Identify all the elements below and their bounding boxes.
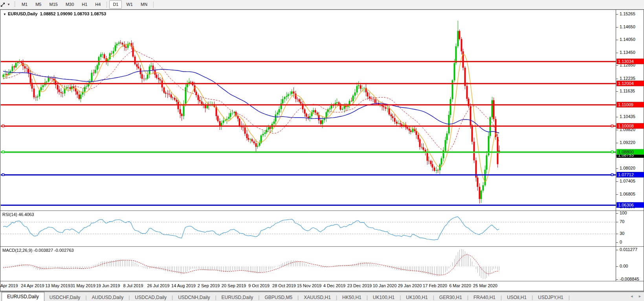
axis-tick-mark [616, 130, 618, 130]
price-axis-tick: 1.13450 [620, 50, 635, 55]
date-axis-label: 2 Sep 2019 [198, 283, 220, 288]
macd-panel-canvas[interactable] [1, 247, 616, 281]
chart-tab-usoil-h1[interactable]: USOil,H1 [502, 294, 532, 301]
macd-axis-tick: 0.00 [620, 264, 628, 268]
price-axis-tick: 1.08020 [620, 166, 635, 170]
toolbar-separator [153, 2, 154, 8]
chart-dropdown-icon[interactable]: ▼ [3, 13, 6, 16]
axis-tick-mark [616, 181, 618, 182]
timeframe-button-w1[interactable]: W1 [123, 0, 136, 9]
mt4-terminal: ▼ M1M5M15M30H1H4D1W1MN ▼EURUSD,Daily 1.0… [0, 0, 644, 301]
hline-price-label-1-10008: 1.10008 [616, 123, 644, 129]
date-axis-label: 28 Oct 2019 [272, 283, 296, 288]
panel-divider[interactable] [0, 211, 644, 211]
axis-tick-mark [616, 91, 618, 92]
date-axis-label: 10 Jan 2020 [373, 283, 397, 288]
toolbar-grip [14, 2, 15, 7]
chart-tab-uk100-h1[interactable]: UK100,H1 [368, 294, 400, 301]
axis-tick-mark [616, 279, 618, 280]
chart-tab-xauusd-h1[interactable]: XAUUSD,H1 [299, 294, 336, 301]
macd-indicator-label: MACD(12,26,9) -0.003827 -0.002763 [2, 248, 74, 253]
hline-price-label-1-11009: 1.11009 [616, 102, 644, 107]
tab-scroll-left-icon[interactable]: ◄ [630, 294, 633, 298]
date-axis-label: 14 Aug 2019 [171, 283, 196, 288]
rsi-value: 46.4063 [18, 212, 34, 217]
rsi-axis-tick: 30 [620, 231, 624, 236]
price-axis-tick: 1.09220 [620, 140, 635, 145]
chart-tab-ger30-h1[interactable]: GER30,H1 [434, 294, 467, 301]
macd-axis-tick: -0.008845 [620, 277, 639, 281]
date-axis-label: 15 Nov 2019 [297, 283, 321, 288]
axis-tick-mark [616, 143, 618, 143]
date-axis-label: 25 Mar 2020 [473, 283, 497, 288]
panel-divider[interactable] [0, 246, 644, 247]
timeframe-button-m1[interactable]: M1 [18, 0, 31, 9]
tab-scroll-right-icon[interactable]: ► [638, 294, 642, 298]
axis-tick-mark [616, 266, 618, 267]
date-axis-label: 23 Dec 2019 [347, 283, 372, 288]
timeframe-button-h4[interactable]: H4 [92, 0, 104, 9]
timeframe-toolbar: ▼ M1M5M15M30H1H4D1W1MN [0, 0, 644, 9]
axis-tick-mark [616, 168, 618, 169]
axis-tick-mark [616, 117, 618, 117]
axis-tick-mark [616, 65, 618, 66]
chart-tab-eurusd-daily[interactable]: EURUSD,Daily [2, 292, 44, 301]
timeframe-button-d1[interactable]: D1 [109, 0, 122, 9]
hline-price-label-1-06306: 1.06306 [616, 202, 644, 208]
chart-tab-usdcad-daily[interactable]: USDCAD,Daily [130, 294, 172, 301]
chart-tab-hk50-h1[interactable]: HK50,H1 [337, 294, 367, 301]
date-axis-label: 29 Jan 2020 [398, 283, 422, 288]
rsi-name: RSI(14) [2, 212, 17, 217]
date-axis-label: 4 Dec 2019 [323, 283, 345, 288]
chart-tab-uk100-h1[interactable]: UK100,H1 [401, 294, 433, 301]
chart-tab-usdchf-daily[interactable]: USDCHF,Daily [44, 294, 86, 301]
chart-tab-gbpusd-m5[interactable]: GBPUSD,M5 [259, 294, 297, 301]
date-axis-label: 19 Jun 2019 [96, 283, 120, 288]
toolbar-separator [106, 2, 107, 8]
chart-window: ▼EURUSD,Daily 1.08852 1.09090 1.08703 1.… [0, 9, 644, 291]
price-axis-tick: 1.11635 [620, 89, 635, 93]
rsi-axis-tick: 70 [620, 219, 624, 224]
hline-price-label-1-13034: 1.13034 [616, 59, 644, 64]
chart-tab-bar: EURUSD,DailyUSDCHF,Daily|AUDUSD,Daily|US… [0, 292, 644, 301]
price-axis-divider [616, 10, 616, 281]
rsi-panel-canvas[interactable] [1, 211, 616, 246]
price-axis-tick: 1.14050 [620, 37, 635, 42]
date-axis-label: 20 Sep 2019 [222, 283, 246, 288]
price-axis-tick: 1.07405 [620, 179, 635, 183]
timeframe-button-h1[interactable]: H1 [78, 0, 91, 9]
chart-tab-eurusd-daily[interactable]: EURUSD,Daily [217, 294, 259, 301]
macd-axis-tick: 0.011277 [620, 247, 637, 252]
rsi-axis-tick: 100 [620, 211, 627, 215]
rsi-indicator-label: RSI(14) 46.4063 [2, 212, 34, 217]
axis-tick-mark [616, 234, 618, 234]
chart-tab-usdjpy-h1[interactable]: USDJPY,H1 [533, 294, 568, 301]
axis-tick-mark [616, 27, 618, 28]
date-axis-label: 8 Jul 2019 [123, 283, 143, 288]
chart-tab-audusd-daily[interactable]: AUDUSD,Daily [87, 294, 129, 301]
hline-price-label-1-08800: 1.08800 [616, 149, 644, 155]
date-axis-label: 9 Oct 2019 [248, 283, 270, 288]
axis-tick-mark [616, 194, 618, 195]
chart-tab-fra40-h1[interactable]: FRA40,H1 [468, 294, 501, 301]
timeframe-button-m15[interactable]: M15 [46, 0, 61, 9]
tool-dropdown-icon[interactable]: ▼ [7, 3, 10, 6]
axis-tick-mark [616, 40, 618, 40]
chart-tab-usdcnh-daily[interactable]: USDCNH,Daily [173, 294, 215, 301]
timeframe-button-mn[interactable]: MN [137, 0, 151, 9]
axis-tick-mark [616, 14, 618, 15]
macd-name: MACD(12,26,9) [2, 248, 32, 253]
price-axis-tick: 1.06805 [620, 192, 635, 196]
timeframe-button-m5[interactable]: M5 [32, 0, 45, 9]
hline-price-label-1-12004: 1.12004 [616, 81, 644, 86]
date-axis-label: 24 Apr 2019 [21, 283, 44, 288]
price-axis-tick: 1.12235 [620, 76, 635, 81]
panel-divider [0, 281, 644, 281]
timeframe-button-m30[interactable]: M30 [62, 0, 77, 9]
hline-price-label-1-07712: 1.07712 [616, 172, 644, 177]
axis-tick-mark [616, 222, 618, 222]
axis-tick-mark [616, 250, 618, 250]
axis-tick-mark [616, 213, 618, 214]
crosshair-tool-icon[interactable] [0, 2, 6, 8]
price-chart-canvas[interactable] [1, 10, 616, 211]
